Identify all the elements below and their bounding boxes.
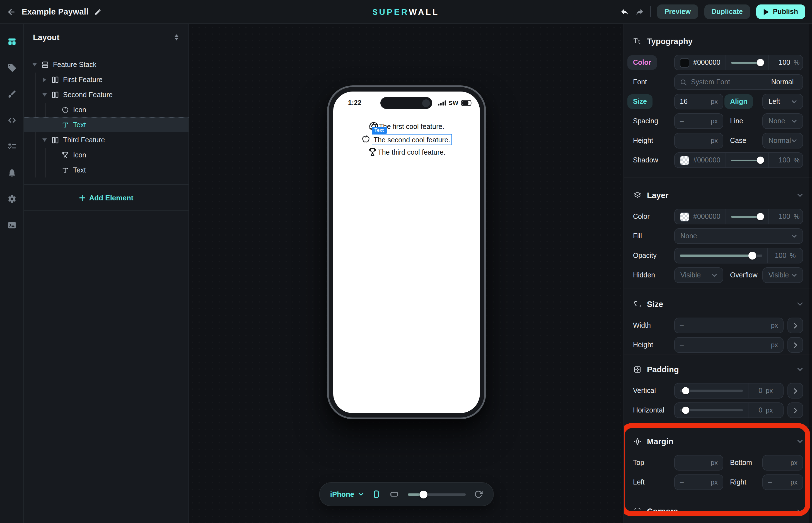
sidebar-item-code[interactable] [0, 107, 23, 133]
gear-icon [7, 194, 16, 204]
height-input[interactable]: – px [674, 337, 783, 353]
align-variable-chip[interactable]: Align [724, 94, 753, 109]
redo-button[interactable] [636, 7, 644, 16]
publish-button[interactable]: Publish [756, 4, 805, 19]
fill-dropdown[interactable]: None [674, 228, 803, 244]
hidden-dropdown[interactable]: Visible [674, 267, 723, 283]
layer-color-hex-field[interactable]: #000000 [675, 209, 725, 224]
signal-icon [438, 100, 447, 106]
collapse-section-button[interactable] [797, 367, 803, 372]
line-dropdown[interactable]: None [762, 113, 803, 129]
feature-row-third[interactable]: The third cool feature. [367, 147, 445, 157]
sidebar-item-layout[interactable] [0, 29, 23, 55]
phone-screen[interactable]: 1:22 SW The first cool feature. [333, 92, 479, 413]
size-variable-chip[interactable]: Size [627, 94, 653, 109]
horizontal-padding-slider[interactable] [680, 410, 743, 411]
sidebar-item-tags[interactable] [0, 55, 23, 81]
landscape-orientation-button[interactable] [389, 490, 399, 499]
shadow-color-swatch[interactable] [680, 156, 689, 165]
percent-unit: % [794, 156, 799, 164]
selected-text-element[interactable]: Text The second cool feature. [372, 134, 452, 145]
width-input[interactable]: – px [674, 318, 783, 333]
sidebar-item-console[interactable] [0, 212, 23, 238]
vertical-options-button[interactable] [788, 383, 803, 398]
size-title: Size [647, 300, 663, 309]
layer-opacity-value-seg[interactable]: 100% [768, 248, 802, 263]
horizontal-options-button[interactable] [788, 402, 803, 418]
back-button[interactable] [7, 7, 16, 16]
px-unit: px [766, 387, 773, 395]
tree-item-first-feature[interactable]: First Feature [24, 72, 189, 87]
sidebar-item-design[interactable] [0, 81, 23, 107]
collapse-triangle-icon[interactable] [32, 63, 37, 66]
layer-color-opacity-slider[interactable] [731, 216, 763, 217]
layer-opacity-slider[interactable] [680, 254, 762, 257]
vertical-value-seg[interactable]: 0px [748, 383, 783, 398]
sidebar-item-notifications[interactable] [0, 160, 23, 186]
opacity-value[interactable]: 100 [778, 59, 790, 67]
chevron-down-icon [358, 492, 364, 496]
expand-triangle-icon[interactable] [42, 77, 48, 82]
shadow-opacity-slider[interactable] [731, 159, 763, 161]
line-height-input[interactable]: – px [674, 133, 723, 148]
layout-panel-header: Layout [24, 24, 189, 51]
collapse-section-button[interactable] [797, 193, 803, 198]
sidebar-item-checklist[interactable] [0, 133, 23, 160]
tree-item-icon-third[interactable]: Icon [24, 147, 189, 162]
width-options-button[interactable] [788, 318, 803, 333]
color-variable-chip[interactable]: Color [627, 55, 657, 70]
overflow-dropdown[interactable]: Visible [762, 267, 803, 283]
layer-color-row: Color #000000 100% [633, 209, 803, 224]
collapse-section-button[interactable] [797, 509, 803, 513]
device-label: iPhone [330, 490, 354, 499]
spacing-input[interactable]: – px [674, 113, 723, 129]
margin-right-input[interactable]: – px [762, 474, 803, 490]
add-element-button[interactable]: Add Element [24, 185, 189, 211]
case-dropdown[interactable]: Normal [762, 133, 803, 148]
tree-item-icon-second[interactable]: Icon [24, 102, 189, 117]
main-area: Layout Feature Stack [0, 24, 812, 523]
sidebar-item-settings[interactable] [0, 186, 23, 212]
shadow-opacity-value[interactable]: 100 [778, 156, 790, 164]
collapse-triangle-icon[interactable] [42, 138, 48, 142]
device-selector[interactable]: iPhone [330, 490, 364, 499]
color-swatch[interactable] [680, 58, 689, 67]
zoom-slider[interactable] [408, 493, 466, 495]
layer-sort-button[interactable] [173, 34, 180, 41]
feature-row-second[interactable]: Text The second cool feature. [361, 134, 452, 145]
reload-button[interactable] [474, 490, 483, 499]
line-value: None [769, 117, 785, 125]
margin-top-input[interactable]: – px [674, 455, 723, 471]
portrait-orientation-button[interactable] [372, 489, 380, 500]
trophy-icon [367, 147, 378, 157]
font-search-field[interactable]: System Font [675, 75, 762, 89]
tree-item-second-feature[interactable]: Second Feature [24, 87, 189, 102]
tree-item-feature-stack[interactable]: Feature Stack [24, 57, 189, 72]
undo-button[interactable] [620, 7, 629, 16]
vertical-padding-slider[interactable] [680, 390, 743, 392]
chevron-right-icon [793, 342, 797, 348]
edit-title-button[interactable] [94, 8, 101, 15]
align-dropdown[interactable]: Left [762, 94, 803, 109]
layer-color-swatch[interactable] [680, 212, 689, 221]
opacity-slider[interactable] [731, 62, 763, 64]
height-options-button[interactable] [788, 337, 803, 353]
tree-item-text-second-selected[interactable]: Text [24, 117, 189, 132]
collapse-section-button[interactable] [797, 439, 803, 444]
tree-item-text-third[interactable]: Text [24, 162, 189, 178]
shadow-hex-field[interactable]: #000000 [675, 153, 725, 167]
duplicate-button[interactable]: Duplicate [704, 4, 750, 19]
preview-button[interactable]: Preview [657, 4, 698, 19]
padding-title: Padding [647, 365, 679, 374]
font-size-input[interactable]: 16 px [674, 94, 723, 109]
margin-left-input[interactable]: – px [674, 474, 723, 490]
canvas[interactable]: 1:22 SW The first cool feature. [189, 24, 623, 523]
margin-bottom-input[interactable]: – px [762, 455, 803, 471]
color-hex-field[interactable]: #000000 [675, 55, 725, 70]
tree-item-third-feature[interactable]: Third Feature [24, 132, 189, 147]
collapse-section-button[interactable] [797, 302, 803, 306]
collapse-triangle-icon[interactable] [42, 93, 48, 96]
font-style-field[interactable]: Normal [762, 75, 802, 89]
horizontal-value-seg[interactable]: 0px [748, 403, 783, 417]
layer-color-opacity-value[interactable]: 100 [778, 213, 790, 220]
